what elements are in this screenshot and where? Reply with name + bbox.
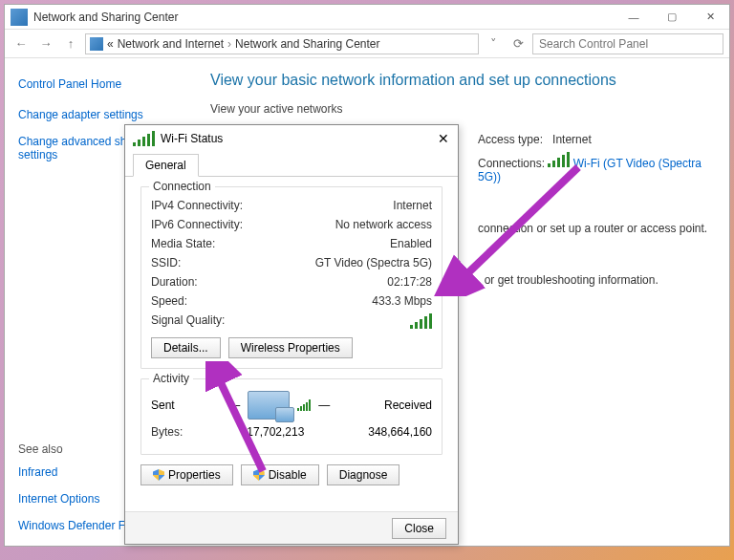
subheading: View your active networks	[210, 102, 710, 116]
duration-value: 02:17:28	[387, 275, 432, 289]
tab-general[interactable]: General	[133, 154, 199, 177]
dialog-wifi-icon	[133, 131, 155, 146]
activity-group: Activity Sent — — Received Bytes: 17,702…	[140, 378, 443, 455]
speed-label: Speed:	[151, 294, 187, 308]
dialog-close-button[interactable]: ✕	[429, 125, 458, 152]
connections-label: Connections:	[478, 157, 545, 170]
activity-bars-icon	[297, 399, 311, 411]
close-button[interactable]: ✕	[691, 5, 729, 30]
bytes-label: Bytes:	[151, 425, 183, 439]
dialog-footer: Close	[125, 511, 458, 544]
duration-label: Duration:	[151, 275, 198, 289]
disable-button[interactable]: Disable	[241, 464, 319, 485]
titlebar: Network and Sharing Center — ▢ ✕	[5, 5, 729, 30]
connection-legend: Connection	[149, 180, 215, 193]
forward-button[interactable]: →	[35, 33, 56, 54]
signal-bars-icon	[410, 313, 432, 329]
dialog-body: Connection IPv4 Connectivity:Internet IP…	[125, 177, 458, 495]
window-icon	[11, 9, 28, 26]
ipv6-value: No network access	[335, 218, 432, 231]
ssid-value: GT Video (Spectra 5G)	[315, 256, 432, 269]
address-bar[interactable]: « Network and Internet › Network and Sha…	[85, 33, 479, 54]
speed-value: 433.3 Mbps	[372, 294, 432, 308]
access-type-label: Access type:	[478, 133, 543, 146]
tabstrip: General	[125, 152, 458, 177]
bytes-sent-value: 17,702,213	[247, 425, 304, 439]
text-fragment-2: , or get troubleshooting information.	[478, 273, 710, 287]
ipv6-label: IPv6 Connectivity:	[151, 218, 243, 231]
access-type-value: Internet	[552, 133, 592, 146]
toolbar: ← → ↑ « Network and Internet › Network a…	[5, 30, 729, 58]
address-icon	[90, 37, 103, 51]
details-button[interactable]: Details...	[151, 337, 221, 358]
refresh-button[interactable]: ⟳	[507, 33, 529, 54]
shield-icon	[153, 469, 164, 481]
change-adapter-link[interactable]: Change adapter settings	[18, 108, 178, 121]
media-value: Enabled	[390, 237, 432, 250]
shield-icon	[253, 469, 265, 481]
up-button[interactable]: ↑	[60, 33, 81, 54]
connection-group: Connection IPv4 Connectivity:Internet IP…	[140, 186, 443, 369]
ipv4-label: IPv4 Connectivity:	[151, 199, 243, 212]
page-heading: View your basic network information and …	[210, 72, 710, 89]
breadcrumb-2[interactable]: Network and Sharing Center	[235, 37, 379, 51]
diagnose-button[interactable]: Diagnose	[327, 464, 400, 485]
computers-icon	[248, 391, 290, 420]
breadcrumb-1[interactable]: Network and Internet	[118, 37, 224, 51]
received-label: Received	[384, 398, 432, 412]
activity-legend: Activity	[149, 372, 193, 385]
window-title: Network and Sharing Center	[33, 11, 615, 24]
ssid-label: SSID:	[151, 256, 181, 269]
bytes-recv-value: 348,664,160	[368, 425, 432, 439]
text-fragment-1: connection or set up a router or access …	[478, 222, 710, 235]
dropdown-icon[interactable]: ˅	[483, 33, 504, 54]
ipv4-value: Internet	[393, 199, 432, 212]
back-button[interactable]: ←	[11, 33, 32, 54]
maximize-button[interactable]: ▢	[653, 5, 691, 30]
minimize-button[interactable]: —	[615, 5, 653, 30]
properties-button[interactable]: Properties	[140, 464, 233, 485]
signal-label: Signal Quality:	[151, 313, 225, 332]
dialog-titlebar: Wi-Fi Status ✕	[125, 125, 458, 152]
search-input[interactable]	[532, 33, 723, 54]
wifi-status-dialog: Wi-Fi Status ✕ General Connection IPv4 C…	[124, 124, 459, 545]
sent-label: Sent	[151, 398, 175, 412]
wifi-icon	[548, 152, 570, 167]
wireless-properties-button[interactable]: Wireless Properties	[228, 337, 353, 358]
media-label: Media State:	[151, 237, 215, 250]
dialog-title: Wi-Fi Status	[161, 132, 429, 145]
control-panel-home-link[interactable]: Control Panel Home	[18, 77, 178, 91]
close-dialog-button[interactable]: Close	[392, 518, 446, 539]
